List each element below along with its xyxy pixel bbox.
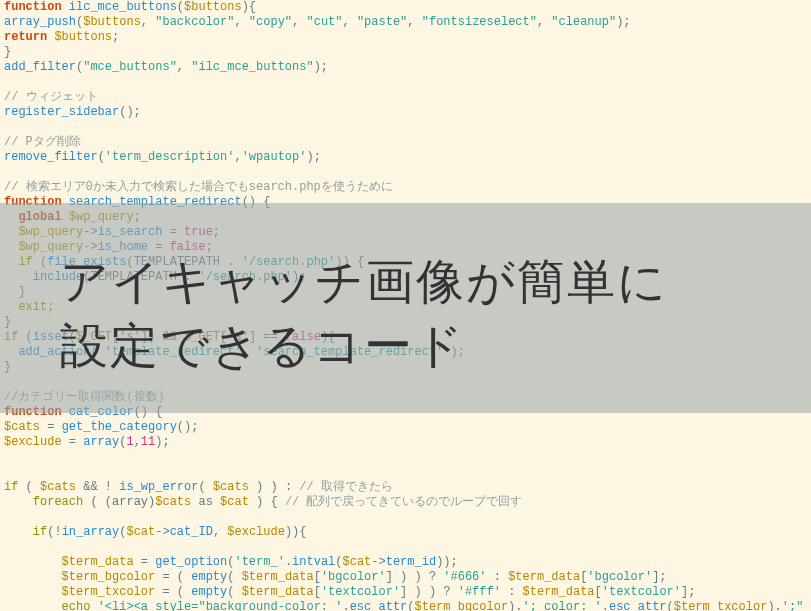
comment: // 検索エリア0か未入力で検索した場合でもsearch.phpを使うために bbox=[4, 180, 393, 194]
fn-name: ilc_mce_buttons bbox=[69, 0, 177, 14]
kw-function: function bbox=[4, 0, 69, 14]
comment: // Pタグ削除 bbox=[4, 135, 81, 149]
comment: //カテゴリー取得関数(複数) bbox=[4, 390, 165, 404]
comment: // ウィジェット bbox=[4, 90, 98, 104]
code-block: function ilc_mce_buttons($buttons){ arra… bbox=[0, 0, 811, 611]
